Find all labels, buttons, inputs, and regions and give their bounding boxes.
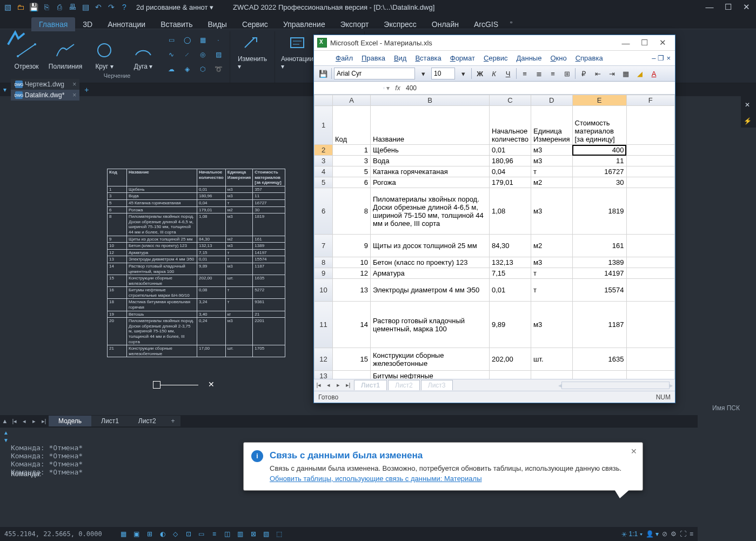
excel-titlebar[interactable]: Microsoft Excel - Материалы.xls — ☐ ✕: [314, 35, 675, 50]
menu-tab-Онлайн[interactable]: Онлайн: [424, 17, 466, 31]
formula-value[interactable]: 400: [404, 83, 675, 93]
arc-button[interactable]: Дуга ▾: [125, 31, 161, 71]
cell[interactable]: 3: [333, 156, 371, 166]
row-header[interactable]: 2: [315, 145, 333, 156]
cell[interactable]: 0,01: [490, 145, 531, 156]
row-header[interactable]: 4: [315, 166, 333, 177]
annotation-button[interactable]: Аннотации▾: [279, 31, 315, 71]
row-header[interactable]: 12: [315, 348, 333, 371]
cell[interactable]: 132,13: [490, 257, 531, 268]
close-button[interactable]: ✕: [740, 2, 753, 12]
command-prompt[interactable]: Команда:: [11, 470, 259, 478]
cell[interactable]: 400: [572, 145, 626, 156]
cell[interactable]: [626, 188, 675, 235]
menu-tab-Виды[interactable]: Виды: [200, 17, 235, 31]
layout-nav-up[interactable]: ▲: [0, 418, 10, 425]
fontsize-combo[interactable]: [431, 68, 455, 79]
osnap-toggle-icon[interactable]: ◇: [170, 529, 181, 539]
doc-tab[interactable]: DWGЧертеж1.dwg×: [11, 79, 79, 90]
align-left-icon[interactable]: ≡: [519, 68, 531, 79]
app-logo-icon[interactable]: [4, 29, 28, 50]
cell[interactable]: 0,04: [490, 166, 531, 177]
cell[interactable]: шт.: [531, 348, 572, 371]
polar-toggle-icon[interactable]: ◐: [157, 529, 168, 539]
mdi-close-icon[interactable]: ×: [666, 54, 671, 62]
cell[interactable]: 6: [333, 177, 371, 188]
layout-tab-Лист1[interactable]: Лист1: [91, 416, 129, 426]
sheet-first-icon[interactable]: |◂: [314, 382, 324, 389]
point-icon[interactable]: ·: [211, 34, 225, 46]
cell[interactable]: Щиты из досок толщиной 25 мм: [371, 235, 490, 257]
font-combo[interactable]: [334, 68, 415, 79]
indent-inc-icon[interactable]: ⇥: [606, 68, 618, 79]
cell[interactable]: 180,96: [490, 156, 531, 166]
cell[interactable]: т: [531, 279, 572, 302]
layout-tab-Лист2[interactable]: Лист2: [129, 416, 166, 426]
donut-icon[interactable]: ◎: [196, 48, 210, 61]
cell[interactable]: [490, 371, 531, 379]
cell[interactable]: 12: [333, 268, 371, 279]
col-header-D[interactable]: D: [531, 95, 572, 106]
maximize-button[interactable]: ☐: [721, 2, 734, 12]
cell[interactable]: м3: [531, 188, 572, 235]
cell[interactable]: м3: [531, 145, 572, 156]
annoscale-icon[interactable]: ⚹ 1:1 ▾: [621, 530, 642, 538]
balloon-close-icon[interactable]: ✕: [631, 447, 637, 456]
layout-tab-Модель[interactable]: Модель: [49, 416, 91, 426]
excel-maximize-button[interactable]: ☐: [635, 38, 653, 48]
revcloud-icon[interactable]: ☁: [164, 63, 178, 76]
cmd-collapse-icon[interactable]: ▲▼: [3, 430, 9, 443]
add-layout-tab[interactable]: +: [166, 416, 180, 426]
menu-tab-Вставить[interactable]: Вставить: [153, 17, 200, 31]
sheet-tab-Лист2[interactable]: Лист2: [388, 380, 420, 390]
cell[interactable]: [626, 268, 675, 279]
cell[interactable]: 84,30: [490, 235, 531, 257]
wipeout-icon[interactable]: ◈: [180, 63, 194, 76]
layout-last[interactable]: ▸|: [39, 418, 49, 425]
menu-tab-Сервис[interactable]: Сервис: [235, 17, 276, 31]
row-header[interactable]: 6: [315, 188, 333, 235]
saveall-icon[interactable]: ⎘: [42, 3, 51, 11]
cell[interactable]: Бетон (класс по проекту) 123: [371, 257, 490, 268]
indent-dec-icon[interactable]: ⇤: [592, 68, 604, 79]
3dpoly-icon[interactable]: ⬡: [196, 63, 210, 76]
underline-icon[interactable]: Ч: [502, 68, 514, 79]
cell[interactable]: 13: [333, 279, 371, 302]
cell[interactable]: т: [531, 268, 572, 279]
cell[interactable]: 8: [333, 188, 371, 235]
region-icon[interactable]: ▨: [211, 48, 225, 61]
cell[interactable]: 15574: [572, 279, 626, 302]
circle-button[interactable]: Круг ▾: [86, 31, 122, 71]
excel-window[interactable]: Microsoft Excel - Материалы.xls — ☐ ✕ Фа…: [313, 35, 675, 403]
cell[interactable]: Катанка горячекатаная: [371, 166, 490, 177]
cell[interactable]: 30: [572, 177, 626, 188]
excel-menu-Окно[interactable]: Окно: [550, 54, 566, 62]
sheet-next-icon[interactable]: ▸: [333, 382, 343, 389]
ucs-icon[interactable]: 👤 ▾: [646, 530, 659, 538]
isolate-icon[interactable]: ⊘: [662, 530, 667, 538]
modify-button[interactable]: Изменить▾: [235, 31, 270, 71]
polyline-button[interactable]: Полилиния: [48, 31, 83, 71]
dyn-toggle-icon[interactable]: ▭: [196, 529, 207, 539]
tpy-toggle-icon[interactable]: ◫: [222, 529, 233, 539]
cell[interactable]: 14197: [572, 268, 626, 279]
cell[interactable]: м2: [531, 177, 572, 188]
cell[interactable]: [333, 371, 371, 379]
qp-toggle-icon[interactable]: ▥: [235, 529, 246, 539]
customize-icon[interactable]: ≡: [690, 530, 693, 538]
cell[interactable]: 0,01: [490, 279, 531, 302]
cell[interactable]: 1635: [572, 348, 626, 371]
help-icon[interactable]: ?: [120, 3, 129, 11]
layout-prev[interactable]: ◂: [19, 418, 29, 425]
undo-icon[interactable]: ↶: [94, 3, 103, 11]
col-header-B[interactable]: B: [371, 95, 490, 106]
hatch-icon[interactable]: ▦: [196, 34, 210, 46]
cell[interactable]: 10: [333, 257, 371, 268]
cell[interactable]: [626, 348, 675, 371]
cell[interactable]: 161: [572, 235, 626, 257]
close-icon[interactable]: ×: [72, 81, 76, 88]
close-panel-icon[interactable]: ✕: [741, 98, 754, 111]
excel-menu-Справка[interactable]: Справка: [576, 54, 603, 62]
lwt-toggle-icon[interactable]: ≡: [209, 529, 220, 539]
new-icon[interactable]: ▧: [3, 3, 12, 11]
